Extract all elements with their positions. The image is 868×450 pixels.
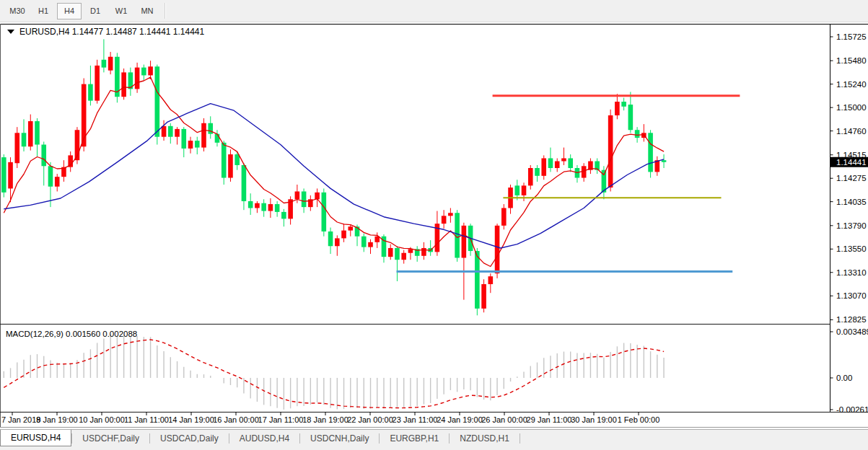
bull-candle [442,216,447,224]
bear-candle [281,212,286,219]
bull-candle [82,84,87,147]
bull-candle [488,276,494,284]
macd-axis-label: 0.00 [836,374,852,382]
bull-candle [561,158,566,161]
time-axis-label: 22 Jan 00:00 [347,415,393,424]
price-axis-label: 1.14035 [836,198,867,206]
time-axis-label: 23 Jan 11:00 [393,415,438,424]
bull-candle [615,102,620,115]
chart-tab-bar: EURUSD,H4USDCHF,DailyUSDCAD,DailyAUDUSD,… [0,429,868,450]
price-axis-label: 1.15480 [836,56,867,65]
time-axis-label: 16 Jan 00:00 [213,415,259,424]
bull-candle [95,66,100,101]
tab-separator [520,433,520,444]
bull-candle [401,253,406,260]
bull-candle [528,168,533,185]
bear-candle [195,141,200,147]
bull-candle [121,72,126,97]
chart-tab-audusd[interactable]: AUDUSD,H4 [229,430,299,447]
bull-candle [501,208,507,225]
time-axis-label: 8 Jan 19:00 [36,415,78,424]
chart-tab-eurusd[interactable]: EURUSD,H4 [0,430,71,446]
bull-candle [148,66,153,75]
macd-title: MACD(12,26,9) 0.001560 0.002088 [6,330,137,338]
chart-tab-usdcnh[interactable]: USDCNH,Daily [300,430,379,447]
chart-tab-usdchf[interactable]: USDCHF,Daily [72,430,149,447]
price-axis-label: 1.15000 [836,103,867,112]
bull-candle [462,226,467,258]
bear-candle [628,105,634,130]
bull-candle [421,248,426,256]
bear-candle [514,185,520,195]
bull-candle [175,129,180,137]
bull-candle [388,248,393,257]
bear-candle [88,84,93,101]
bear-candle [261,203,266,211]
bull-candle [162,126,167,137]
macd-axis-label: -0.002617 [836,405,868,414]
bear-candle [242,165,247,201]
bear-candle [168,126,173,137]
bull-candle [8,162,13,189]
bull-candle [108,57,113,71]
chart-tab-nzdusd[interactable]: NZDUSD,H1 [450,430,520,447]
bull-candle [448,213,453,216]
bull-candle [228,154,233,177]
time-axis-label: 7 Jan 2019 [1,415,40,424]
price-axis-label: 1.13790 [836,221,867,230]
bull-candle [495,226,500,273]
chart-tab-eurgbp[interactable]: EURGBP,H1 [380,430,449,447]
price-axis-label: 1.12825 [836,315,867,324]
bear-candle [302,191,307,207]
bear-candle [635,130,640,138]
bear-candle [102,60,107,68]
time-axis-label: 18 Jan 19:00 [302,415,348,424]
bear-candle [41,145,46,167]
bull-candle [255,203,260,208]
bull-candle [268,204,273,211]
bull-candle [555,162,560,168]
bull-candle [335,238,340,246]
bull-candle [341,231,346,239]
bull-candle [295,191,300,199]
time-axis-label: 1 Feb 00:00 [618,415,660,424]
bear-candle [361,237,367,247]
bear-candle [275,204,280,212]
chart-title: EURUSD,H4 1.14477 1.14487 1.14441 1.1444… [19,27,205,37]
bear-candle [141,68,146,76]
bull-candle [188,141,193,149]
bull-candle [55,177,60,187]
time-axis-label: 30 Jan 19:00 [571,415,617,424]
time-axis-label: 14 Jan 19:00 [168,415,214,424]
price-axis-label: 1.13070 [836,291,867,300]
bull-candle [608,115,613,188]
bear-candle [568,158,573,168]
bull-candle [541,158,546,175]
current-price-label: 1.14441 [836,158,867,167]
price-axis-label: 1.14760 [836,127,867,136]
chart-area: 1.157251.154801.152401.150001.147601.145… [0,0,868,429]
bear-candle [535,168,540,176]
time-axis-label: 26 Jan 00:00 [481,415,527,424]
time-axis-label: 29 Jan 11:00 [527,415,572,424]
bear-candle [328,231,333,246]
bear-candle [548,158,553,168]
bear-candle [322,193,327,231]
bear-candle [155,66,160,136]
bull-candle [28,121,33,146]
chart-tab-usdcad[interactable]: USDCAD,Daily [150,430,229,447]
bear-candle [22,133,27,146]
bear-candle [35,121,40,144]
macd-axis-label: 0.003489 [836,327,868,336]
bear-candle [395,248,400,260]
bear-candle [48,166,53,186]
bull-candle [348,226,353,230]
bear-candle [621,102,626,107]
price-axis-label: 1.15725 [836,32,867,41]
bull-candle [408,249,413,252]
bull-candle [522,185,527,195]
bull-candle [14,133,19,163]
price-axis-label: 1.13550 [836,244,867,253]
time-axis-label: 10 Jan 00:00 [79,415,125,424]
bear-candle [662,160,667,162]
